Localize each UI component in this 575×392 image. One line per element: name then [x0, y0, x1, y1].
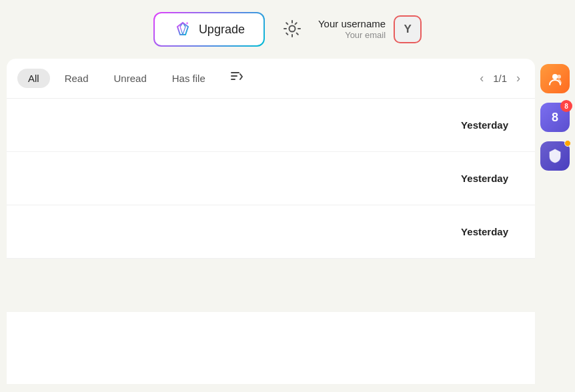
sidebar-icon-shield[interactable]: [540, 141, 570, 171]
contacts-icon: [546, 70, 564, 87]
content-area: Yesterday Yesterday Yesterday: [7, 99, 535, 259]
svg-text:✦: ✦: [185, 21, 189, 25]
center-panel: All Read Unread Has file ‹: [7, 59, 535, 384]
username-text: Your username: [318, 17, 386, 31]
pagination: ‹ 1/1 ›: [476, 70, 524, 87]
filter-unread-label: Unread: [114, 73, 147, 84]
settings-button[interactable]: [282, 19, 302, 41]
upgrade-button[interactable]: ✦ Upgrade: [153, 12, 265, 47]
main-layout: All Read Unread Has file ‹: [0, 59, 575, 384]
next-page-button[interactable]: ›: [512, 70, 524, 87]
sort-button[interactable]: [224, 67, 249, 90]
page-indicator: 1/1: [493, 73, 507, 84]
useremail-text: Your email: [318, 30, 386, 41]
table-row[interactable]: Yesterday: [7, 205, 535, 259]
row2-date: Yesterday: [461, 173, 508, 184]
prev-page-button[interactable]: ‹: [476, 70, 488, 87]
diamond-icon: ✦: [173, 20, 192, 39]
filter-read-button[interactable]: Read: [54, 69, 99, 88]
table-row[interactable]: Yesterday: [7, 152, 535, 205]
bottom-section: [7, 259, 535, 312]
badge-number: 8: [552, 111, 558, 125]
avatar-letter: Y: [404, 23, 411, 36]
svg-point-11: [552, 74, 558, 79]
svg-line-4: [180, 27, 183, 35]
header: ✦ Upgrade Your username Your email Y: [0, 0, 575, 59]
row1-date: Yesterday: [461, 119, 508, 131]
avatar[interactable]: Y: [394, 15, 422, 43]
filter-hasfile-button[interactable]: Has file: [161, 69, 216, 88]
row3-date: Yesterday: [461, 226, 508, 237]
filter-bar: All Read Unread Has file ‹: [7, 59, 535, 99]
user-info: Your username Your email Y: [318, 15, 422, 43]
badge-8: 8: [560, 100, 572, 112]
user-text: Your username Your email: [318, 17, 386, 41]
svg-point-12: [557, 75, 561, 79]
svg-point-7: [289, 25, 295, 31]
table-row[interactable]: Yesterday: [7, 99, 535, 152]
gear-icon: [282, 19, 302, 39]
sidebar-icon-contacts[interactable]: [540, 64, 570, 93]
upgrade-label: Upgrade: [199, 23, 245, 37]
filter-unread-button[interactable]: Unread: [103, 69, 157, 88]
sidebar-icon-calendar[interactable]: 8 8: [540, 103, 570, 132]
filter-read-label: Read: [65, 73, 89, 84]
filter-hasfile-label: Has file: [172, 73, 205, 84]
shield-icon: [546, 147, 564, 165]
filter-all-button[interactable]: All: [17, 69, 50, 88]
sort-icon: [229, 69, 244, 84]
notification-dot: [564, 140, 571, 147]
filter-all-label: All: [28, 73, 39, 84]
svg-line-5: [183, 27, 185, 35]
right-sidebar: 8 8: [535, 59, 575, 384]
